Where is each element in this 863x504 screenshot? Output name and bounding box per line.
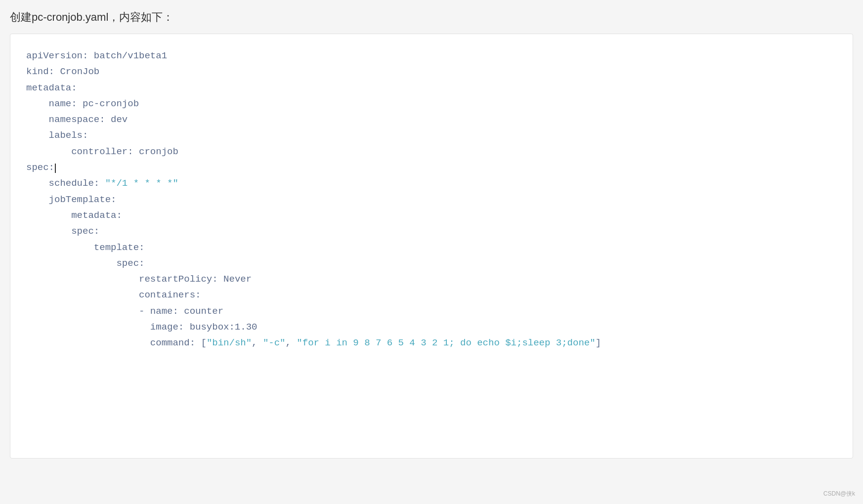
code-line: kind: CronJob <box>26 64 837 80</box>
text-cursor <box>55 164 56 173</box>
watermark: CSDN@侠k <box>823 490 855 498</box>
code-line: schedule: "*/1 * * * *" <box>26 175 837 191</box>
page-title: 创建pc-cronjob.yaml，内容如下： <box>10 10 853 25</box>
code-line: - name: counter <box>26 303 837 319</box>
code-line: controller: cronjob <box>26 144 837 160</box>
code-line: template: <box>26 240 837 255</box>
code-line: containers: <box>26 287 837 303</box>
page-container: 创建pc-cronjob.yaml，内容如下： apiVersion: batc… <box>0 0 863 504</box>
code-line: labels: <box>26 127 837 143</box>
code-block: apiVersion: batch/v1beta1kind: CronJobme… <box>10 34 853 459</box>
code-line: spec: <box>26 255 837 271</box>
code-line: metadata: <box>26 80 837 96</box>
code-line: jobTemplate: <box>26 192 837 208</box>
code-line: spec: <box>26 223 837 239</box>
code-line: command: ["bin/sh", "-c", "for i in 9 8 … <box>26 335 837 351</box>
code-line: spec: <box>26 160 837 175</box>
code-line: apiVersion: batch/v1beta1 <box>26 48 837 64</box>
code-line: restartPolicy: Never <box>26 271 837 287</box>
code-line: name: pc-cronjob <box>26 96 837 112</box>
code-line: namespace: dev <box>26 112 837 127</box>
code-line: image: busybox:1.30 <box>26 319 837 335</box>
code-line: metadata: <box>26 208 837 223</box>
